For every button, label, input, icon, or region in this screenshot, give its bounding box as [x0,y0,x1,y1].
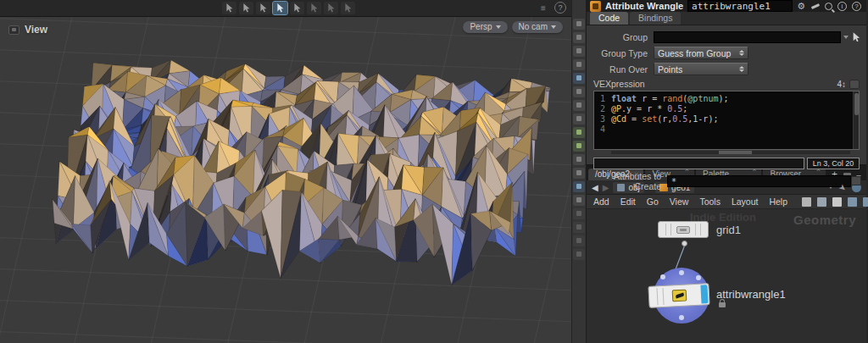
attr-menu-icon[interactable] [851,176,861,185]
run-over-row: Run Over Points [587,63,861,75]
points-green-icon[interactable] [573,127,585,138]
scene-viewport[interactable]: View PerspNo cam [0,17,571,343]
line-numbers: 1234 [594,91,608,149]
view-label-text: View [25,24,47,36]
group-type-label: Group Type [587,48,648,58]
search-icon[interactable] [825,3,832,10]
handle-icon[interactable] [573,168,585,179]
parameter-header: Attribute Wrangle attribwrangle1 ⚙ i ? [587,0,866,12]
display-flag[interactable] [700,285,708,303]
menu-go[interactable]: Go [647,196,659,207]
ring-dot [679,270,684,275]
viewport-side-toolbar [571,0,587,343]
select-tool-icon[interactable] [222,2,236,14]
help-circle-icon[interactable]: ? [852,2,861,11]
attributes-to-create-label: Attributes to Create [587,171,661,191]
sort-icon[interactable] [817,197,826,207]
gear-icon[interactable]: ⚙ [797,1,805,11]
cursor-position-badge: Ln 3, Col 20 [807,158,860,169]
light-icon[interactable] [573,181,585,192]
wrangle-icon [671,290,687,302]
editor-hscroll-thumb[interactable] [719,151,752,154]
info-icon[interactable]: i [837,2,847,11]
group-icon[interactable] [573,154,585,165]
editor-hscrollbar[interactable] [611,151,850,154]
group-dropdown-icon[interactable] [841,31,850,43]
code-line: float r = rand(@ptnum); [611,94,853,104]
layout-list-icon[interactable] [863,197,868,207]
menu-help[interactable]: Help [769,196,787,207]
menu-view[interactable]: View [670,196,689,207]
tab-code[interactable]: Code [590,12,628,25]
vex-code-editor[interactable]: 1234 float r = rand(@ptnum);@P.y = r * 0… [593,91,860,150]
network-menu-bar: AddEditGoViewToolsLayoutHelp [587,195,866,209]
display-options-icon[interactable] [832,197,842,207]
viewport-toolbar: ≡ ? [0,0,571,17]
prims-green-icon[interactable] [573,141,585,152]
view-label: View [8,24,47,36]
context-label: Geometry [793,213,856,227]
node-attribwrangle1[interactable] [648,283,709,308]
editor-vscrollbar[interactable] [853,91,859,149]
grid-icon[interactable] [573,222,585,233]
node-attribwrangle1-label[interactable]: attribwrangle1 [716,288,786,301]
wire-icon[interactable] [573,100,585,111]
camera-icon[interactable] [573,32,585,43]
menu-layout[interactable]: Layout [732,196,759,207]
network-toolbar-icons [802,197,868,207]
group-type-row: Group Type Guess from Group [587,47,861,59]
snapshot-icon[interactable] [573,208,585,219]
menu-edit[interactable]: Edit [620,196,636,207]
info-icon[interactable] [573,235,585,246]
settings-tool-icon[interactable] [341,2,355,14]
node-type-title: Attribute Wrangle [605,1,683,11]
vex-lines-badge[interactable]: 4↕ [837,80,846,89]
terrain-geometry [0,17,571,343]
menu-tools[interactable]: Tools [699,196,721,207]
snap-tool-icon[interactable] [324,2,338,14]
show-handles-tool-icon[interactable] [290,2,304,14]
secure-selection-tool-icon[interactable] [307,2,321,14]
material-icon[interactable] [573,195,585,206]
group-input[interactable] [654,31,841,43]
view-cube-icon [8,25,19,35]
node-grid1-label[interactable]: grid1 [716,224,741,236]
node-name-field[interactable]: attribwrangle1 [687,0,793,12]
menu-add[interactable]: Add [593,196,609,207]
editor-vscroll-thumb[interactable] [854,93,859,115]
handles-tool-icon[interactable] [273,2,287,14]
node-grid1[interactable] [658,221,709,238]
editor-message-field [593,158,804,169]
select-objects-tool-icon[interactable] [239,2,253,14]
network-canvas[interactable]: Indie Edition Geometry [587,209,866,343]
ring-dot [696,275,701,280]
attributes-to-create-input[interactable]: * [667,175,851,187]
group-select-arrow-icon[interactable] [850,31,861,43]
group-type-dropdown[interactable]: Guess from Group [654,47,748,59]
persp-view-menu[interactable]: Persp [463,21,507,33]
stepper-icon [739,50,744,56]
stepper-icon [739,66,744,72]
options-icon[interactable] [573,249,585,260]
tab-bindings[interactable]: Bindings [630,12,681,25]
pane-list-icon[interactable]: ≡ [537,3,549,13]
camera-menu[interactable]: No cam [512,21,563,33]
network-editor: /obj/geo2×Tree View×Material Palette×Ass… [587,166,866,343]
select-geometry-tool-icon[interactable] [256,2,270,14]
shade-icon[interactable] [573,86,585,97]
ring-dot [660,274,665,279]
vexpression-controls: 4↕ [837,80,860,89]
view-icon[interactable] [573,19,585,30]
help-icon[interactable]: ? [554,2,566,14]
run-over-dropdown[interactable]: Points [654,63,748,75]
grid1-output-connector[interactable] [682,241,687,246]
lock-icon[interactable] [573,46,585,57]
layout-grid-icon[interactable] [848,197,857,207]
ring-dot [679,315,684,320]
expand-editor-icon[interactable] [849,80,860,89]
normals-icon[interactable] [573,113,585,124]
brush-icon[interactable] [810,2,820,11]
pin-icon[interactable] [573,59,585,70]
wrench-icon[interactable] [802,197,811,207]
display-icon[interactable] [573,73,585,84]
